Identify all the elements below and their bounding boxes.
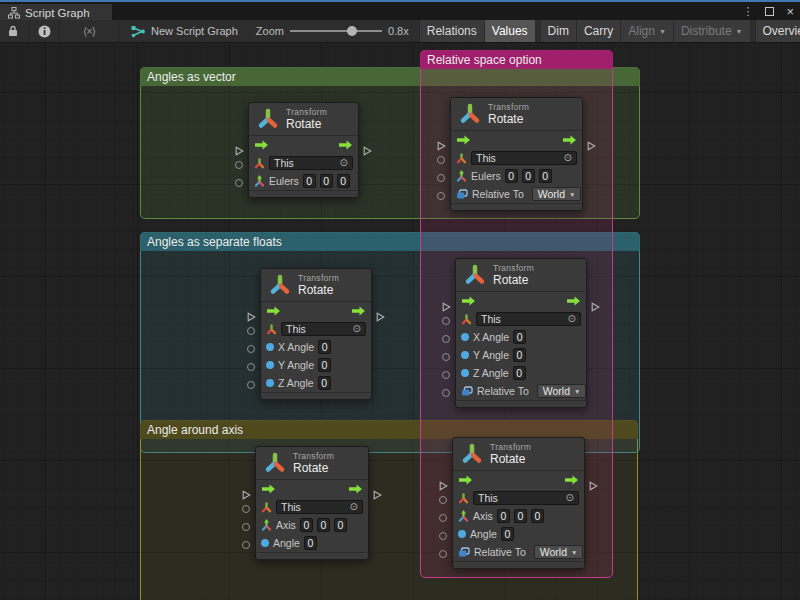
- node-header[interactable]: TransformRotate: [453, 438, 584, 471]
- control-output-port[interactable]: [363, 142, 372, 160]
- object-picker-icon[interactable]: ⊙: [566, 493, 574, 503]
- this-object-field[interactable]: This⊙: [473, 491, 579, 505]
- toolbar-button-dim[interactable]: Dim: [540, 20, 576, 42]
- value-input[interactable]: 0: [317, 518, 330, 532]
- control-output-port[interactable]: [376, 308, 385, 326]
- node-rotate-axis-angle[interactable]: TransformRotateThis⊙Axis000Angle0: [255, 446, 369, 560]
- value-input-port[interactable]: [439, 514, 447, 522]
- control-input-port[interactable]: [442, 298, 451, 316]
- this-object-field[interactable]: This⊙: [471, 151, 577, 165]
- node-rotate-floats-relative[interactable]: TransformRotateThis⊙X Angle0Y Angle0Z An…: [455, 258, 587, 408]
- edit-source-button[interactable]: ⟨×⟩: [62, 20, 116, 42]
- new-script-graph-button[interactable]: New Script Graph: [121, 20, 248, 42]
- object-picker-icon[interactable]: ⊙: [353, 324, 361, 334]
- value-input-port[interactable]: [442, 317, 450, 325]
- value-input[interactable]: 0: [337, 174, 350, 188]
- value-input[interactable]: 0: [501, 527, 514, 541]
- input-label: Y Angle: [473, 349, 509, 361]
- value-input-port[interactable]: [247, 381, 255, 389]
- value-input[interactable]: 0: [505, 169, 518, 183]
- value-input[interactable]: 0: [531, 509, 544, 523]
- value-input-port[interactable]: [439, 550, 447, 558]
- node-header[interactable]: TransformRotate: [451, 98, 582, 131]
- node-header[interactable]: TransformRotate: [261, 269, 371, 302]
- lock-button[interactable]: [0, 20, 26, 42]
- value-input[interactable]: 0: [318, 358, 331, 372]
- object-picker-icon[interactable]: ⊙: [340, 158, 348, 168]
- value-input-port[interactable]: [242, 523, 250, 531]
- this-object-field[interactable]: This⊙: [281, 322, 366, 336]
- node-rotate-floats[interactable]: TransformRotateThis⊙X Angle0Y Angle0Z An…: [260, 268, 372, 400]
- relative-to-dropdown[interactable]: World▼: [532, 187, 582, 201]
- node-rotate-axis-angle-relative[interactable]: TransformRotateThis⊙Axis000Angle0Relativ…: [452, 437, 585, 569]
- close-icon[interactable]: ×: [786, 5, 794, 18]
- value-input[interactable]: 0: [513, 330, 526, 344]
- value-input[interactable]: 0: [497, 509, 510, 523]
- node-header[interactable]: TransformRotate: [456, 259, 586, 292]
- this-object-field[interactable]: This⊙: [476, 312, 581, 326]
- transform-rotate-icon: [461, 443, 483, 465]
- control-input-port[interactable]: [437, 137, 446, 155]
- value-input[interactable]: 0: [513, 348, 526, 362]
- graph-canvas[interactable]: Angles as vectorAngles as separate float…: [0, 43, 800, 600]
- value-input[interactable]: 0: [334, 518, 347, 532]
- value-input[interactable]: 0: [318, 376, 331, 390]
- zoom-slider-handle[interactable]: [347, 26, 357, 36]
- relative-to-dropdown[interactable]: World▼: [534, 545, 584, 559]
- value-input-port[interactable]: [437, 192, 445, 200]
- value-input[interactable]: 0: [522, 169, 535, 183]
- value-input[interactable]: 0: [514, 509, 527, 523]
- value-input-port[interactable]: [439, 496, 447, 504]
- this-object-field[interactable]: This⊙: [269, 156, 353, 170]
- value-input[interactable]: 0: [318, 340, 331, 354]
- value-input-port[interactable]: [242, 541, 250, 549]
- control-output-port[interactable]: [591, 298, 600, 316]
- value-input-port[interactable]: [247, 327, 255, 335]
- value-input-port[interactable]: [235, 161, 243, 169]
- value-input[interactable]: 0: [303, 174, 316, 188]
- node-header[interactable]: TransformRotate: [256, 447, 368, 480]
- value-input[interactable]: 0: [304, 536, 317, 550]
- info-button[interactable]: [31, 20, 57, 42]
- value-input[interactable]: 0: [539, 169, 552, 183]
- value-input-port[interactable]: [439, 532, 447, 540]
- value-input-port[interactable]: [442, 389, 450, 397]
- control-output-port[interactable]: [373, 486, 382, 504]
- control-output-port[interactable]: [589, 477, 598, 495]
- toolbar-button-carry[interactable]: Carry: [576, 20, 620, 42]
- more-options-icon[interactable]: ⋮: [742, 6, 753, 17]
- object-picker-icon[interactable]: ⊙: [564, 153, 572, 163]
- control-input-port[interactable]: [247, 308, 256, 326]
- trigger-arrow-icon: [338, 140, 353, 150]
- toolbar-button-values[interactable]: Values: [484, 20, 535, 42]
- value-input-port[interactable]: [437, 156, 445, 164]
- value-input-port[interactable]: [437, 174, 445, 182]
- value-input-port[interactable]: [247, 363, 255, 371]
- this-object-field[interactable]: This⊙: [276, 500, 363, 514]
- object-picker-icon[interactable]: ⊙: [568, 314, 576, 324]
- value-input-port[interactable]: [235, 179, 243, 187]
- value-input[interactable]: 0: [320, 174, 333, 188]
- toolbar-button-relations[interactable]: Relations: [419, 20, 484, 42]
- group-header-relative-space-option[interactable]: Relative space option: [420, 50, 613, 69]
- value-input-port[interactable]: [442, 353, 450, 361]
- node-header[interactable]: TransformRotate: [249, 103, 358, 136]
- control-input-port[interactable]: [439, 477, 448, 495]
- node-rotate-vector[interactable]: TransformRotateThis⊙Eulers000: [248, 102, 359, 198]
- control-output-port[interactable]: [587, 137, 596, 155]
- relative-to-dropdown[interactable]: World▼: [537, 384, 587, 398]
- control-input-port[interactable]: [242, 486, 251, 504]
- value-input-port[interactable]: [442, 371, 450, 379]
- maximize-icon[interactable]: [765, 7, 774, 16]
- value-input[interactable]: 0: [513, 366, 526, 380]
- value-input-port[interactable]: [442, 335, 450, 343]
- node-subtitle: Transform: [488, 102, 529, 112]
- value-input-port[interactable]: [242, 505, 250, 513]
- object-picker-icon[interactable]: ⊙: [350, 502, 358, 512]
- node-rotate-vector-relative[interactable]: TransformRotateThis⊙Eulers000Relative To…: [450, 97, 583, 211]
- zoom-slider[interactable]: [290, 25, 382, 37]
- toolbar-button-overview[interactable]: Overview: [755, 20, 800, 42]
- control-input-port[interactable]: [235, 142, 244, 160]
- value-input[interactable]: 0: [300, 518, 313, 532]
- value-input-port[interactable]: [247, 345, 255, 353]
